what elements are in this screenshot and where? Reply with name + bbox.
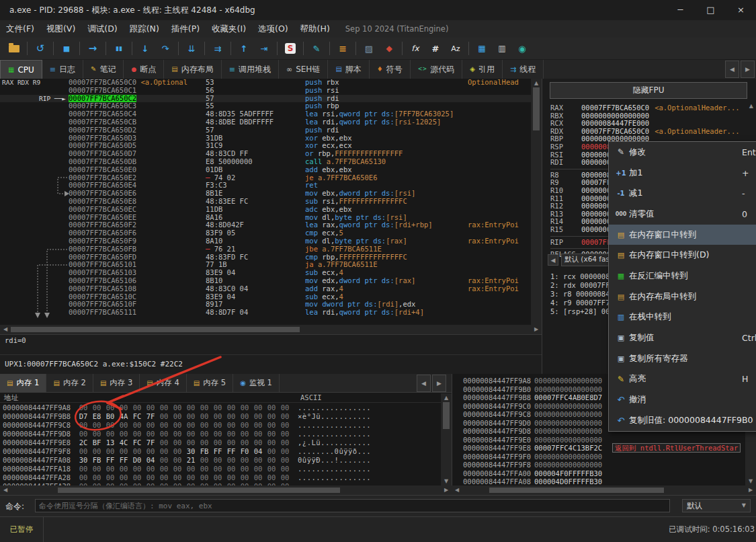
expression-fx-button[interactable]: fx bbox=[405, 40, 425, 57]
scroll-thumb[interactable] bbox=[11, 327, 300, 332]
scroll-up-icon[interactable]: ▲ bbox=[441, 393, 452, 402]
dump-row[interactable]: 00000084447FFA28000000000000000000000000… bbox=[0, 473, 441, 482]
disasm-row[interactable]: 00007FF7BCA650E4F3:C3ret bbox=[0, 182, 531, 190]
tab-notes[interactable]: ✎笔记 bbox=[83, 60, 124, 79]
dump-row[interactable]: 00000084447FF9F8000000000000000030FBFFFF… bbox=[0, 447, 441, 456]
dump-tab-内存-3[interactable]: ▤内存 3 bbox=[93, 374, 140, 392]
scroll-left-icon[interactable]: ◀ bbox=[452, 486, 462, 495]
disasm-row[interactable]: 00007FF7BCA650E001DBadd ebx,ebx bbox=[0, 166, 531, 174]
minimize-button[interactable]: ─ bbox=[665, 0, 696, 20]
disasm-row[interactable]: 00007FF7BCA650D331DBxor ebx,ebx bbox=[0, 134, 531, 143]
dump-row[interactable]: 00000084447FF9D8000000000000000000000000… bbox=[0, 430, 441, 438]
dump-pane[interactable]: ▤内存 1▤内存 2▤内存 3▤内存 4▤内存 5◉监视 1 ◀ ▶ 地址 AS… bbox=[0, 374, 452, 486]
scroll-down-icon[interactable]: ▼ bbox=[441, 477, 452, 486]
disasm-row[interactable]: 00007FF7BCA650C156push rsi bbox=[0, 87, 531, 95]
dump-tab-内存-5[interactable]: ▤内存 5 bbox=[187, 374, 233, 392]
dump-row[interactable]: 00000084447FFA18000000000000000000000000… bbox=[0, 465, 441, 473]
disasm-row[interactable]: 00007FF7BCA6511148:8D7F 04lea rdi,qword … bbox=[0, 309, 531, 317]
close-button[interactable]: × bbox=[726, 0, 756, 20]
run-to-user-code-button[interactable]: ⇥ bbox=[254, 40, 274, 57]
dump-row[interactable]: 00000084447FF9B8D7E8B04AFC7F000000000000… bbox=[0, 412, 441, 421]
menu-item[interactable]: 选项(O) bbox=[252, 20, 294, 38]
dump-horizontal-scrollbar[interactable]: ◀ ▶ bbox=[0, 486, 452, 495]
disasm-row[interactable]: 00007FF7BCA651068B10mov edx,dword ptr ds… bbox=[0, 277, 531, 285]
tabs-scroll-right-icon[interactable]: ▶ bbox=[741, 61, 755, 78]
globe-button[interactable]: ◉ bbox=[512, 40, 532, 57]
disasm-row[interactable]: 00007FF7BCA650FD48:83FD FCcmp rbp,FFFFFF… bbox=[0, 254, 531, 262]
disasm-row[interactable]: 00007FF7BCA650FB─ 76 21jbe a.7FF7BCA6511… bbox=[0, 245, 531, 254]
disasm-row[interactable]: RIP ──►00007FF7BCA650C257push rdi bbox=[0, 95, 531, 103]
scroll-right-icon[interactable]: ▶ bbox=[441, 486, 452, 495]
tab-references[interactable]: ◈引用 bbox=[462, 60, 503, 79]
disasm-row[interactable]: 00007FF7BCA650D257push rdi bbox=[0, 126, 531, 134]
step-into-button[interactable]: ↓ bbox=[135, 40, 155, 57]
scroll-up-icon[interactable]: ▲ bbox=[749, 103, 753, 109]
reg-scroll-left-icon[interactable]: ◀ bbox=[548, 254, 558, 266]
scroll-right-icon[interactable]: ▶ bbox=[531, 325, 542, 334]
dump-tab-内存-2[interactable]: ▤内存 2 bbox=[46, 374, 93, 392]
command-profile-select[interactable]: 默认 ▼ bbox=[682, 499, 751, 512]
scroll-right-icon[interactable]: ▶ bbox=[745, 486, 756, 495]
dump-tab-内存-4[interactable]: ▤内存 4 bbox=[140, 374, 186, 392]
disasm-row[interactable]: 00007FF7BCA650E68B1Emov ebx,dword ptr ds… bbox=[0, 190, 531, 198]
appearance-button[interactable]: ◆ bbox=[379, 40, 399, 57]
menu-item[interactable]: 跟踪(N) bbox=[124, 20, 165, 38]
tab-symbols[interactable]: ♦符号 bbox=[370, 60, 411, 79]
scroll-up-icon[interactable]: ▲ bbox=[531, 79, 542, 87]
step-out-button[interactable]: ↑ bbox=[234, 40, 254, 57]
menu-item[interactable]: 插件(P) bbox=[165, 20, 206, 38]
command-input[interactable] bbox=[35, 499, 670, 512]
disasm-row[interactable]: 00007FF7BCA650F248:8D042Flea rax,qword p… bbox=[0, 221, 531, 229]
open-file-button[interactable] bbox=[4, 40, 24, 57]
menu-item[interactable]: 收藏夹(I) bbox=[206, 20, 252, 38]
register-row[interactable]: RAX00007FF7BCA650C0<a.OptionalHeader... bbox=[550, 104, 745, 112]
menu-item[interactable]: 调试(D) bbox=[81, 20, 123, 38]
tab-script[interactable]: ▤脚本 bbox=[328, 60, 369, 79]
memory-rows-button[interactable]: ▥ bbox=[492, 40, 512, 57]
disasm-row[interactable]: 00007FF7BCA650EC11DBadc ebx,ebx bbox=[0, 206, 531, 214]
context-menu-item[interactable]: ▣复制值Ctrl+C bbox=[609, 327, 756, 348]
context-menu-item[interactable]: ▦在反汇编中转到 bbox=[609, 266, 756, 286]
step-over-button[interactable]: ↷ bbox=[155, 40, 175, 57]
disasm-row[interactable]: 00007FF7BCA6510383E9 04sub ecx,4 bbox=[0, 269, 531, 277]
disasm-row[interactable]: 00007FF7BCA650E2─ 74 02je a.7FF7BCA650E6 bbox=[0, 174, 531, 182]
pause-button[interactable]: ▮▮ bbox=[109, 40, 129, 57]
context-menu-item[interactable]: ✎修改Enter bbox=[609, 142, 756, 163]
dump-row[interactable]: 00000084447FF9C8000000000000000000000000… bbox=[0, 421, 441, 430]
disasm-row[interactable]: 00007FF7BCA650D531C9xor ecx,ecx bbox=[0, 142, 531, 150]
dump-row[interactable]: 00000084447FF9E82CBF134CFC7F000000000000… bbox=[0, 438, 441, 447]
disasm-row[interactable]: 00007FF7BCA650EE8A16mov dl,byte ptr ds:[… bbox=[0, 214, 531, 222]
close-debuggee-button[interactable]: ■ bbox=[56, 40, 77, 57]
scylla-button[interactable]: S bbox=[280, 40, 300, 57]
favourites-button[interactable]: ≡ bbox=[333, 40, 353, 57]
font-az-button[interactable]: Az bbox=[446, 40, 466, 57]
hide-fpu-button[interactable]: 隐藏FPU bbox=[550, 82, 747, 99]
scroll-left-icon[interactable]: ◀ bbox=[0, 486, 11, 495]
trace-over-button[interactable]: ⇉ bbox=[208, 40, 228, 57]
tab-seh[interactable]: ∞SEH链 bbox=[279, 60, 328, 79]
stack-row[interactable]: 00000084447FFA08000004D0FFFFFB30 bbox=[452, 477, 745, 484]
dump-row[interactable]: 00000084447FF9A8000000000000000000000000… bbox=[0, 403, 441, 412]
disasm-vertical-scrollbar[interactable]: ▲ bbox=[531, 79, 542, 325]
disasm-row[interactable]: 00007FF7BCA6510177 1Bja a.7FF7BCA6511E bbox=[0, 261, 531, 269]
context-menu-item[interactable]: ✎高亮H bbox=[609, 369, 756, 390]
stack-horizontal-scrollbar[interactable]: ◀ ▶ bbox=[452, 486, 756, 495]
calculator-button[interactable]: ▦ bbox=[472, 40, 492, 57]
tab-threads[interactable]: ⇉线程 bbox=[503, 60, 544, 79]
dump-row[interactable]: 00000084447FFA0830FBFFFFD004000021000000… bbox=[0, 456, 441, 465]
disasm-row[interactable]: 00007FF7BCA6510F8917mov dword ptr ds:[rd… bbox=[0, 301, 531, 309]
scroll-left-icon[interactable]: ◀ bbox=[0, 325, 11, 334]
tab-call-stack[interactable]: ≡调用堆栈 bbox=[222, 60, 279, 79]
menu-item[interactable]: 文件(F) bbox=[0, 20, 40, 38]
stack-row[interactable]: 00000084447FF9F80000000000000000 bbox=[452, 461, 745, 469]
disasm-row[interactable]: 00007FF7BCA6510848:83C0 04add rax,4rax:E… bbox=[0, 285, 531, 293]
context-menu-item[interactable]: ▤在内存窗口中转到 bbox=[609, 225, 756, 245]
context-menu-item[interactable]: 000清零值0 bbox=[609, 204, 756, 225]
disasm-row[interactable]: 00007FF7BCA650D748:83CD FFor rbp,FFFFFFF… bbox=[0, 150, 531, 158]
scroll-down-icon[interactable]: ▼ bbox=[745, 477, 756, 486]
scroll-thumb[interactable] bbox=[443, 402, 450, 429]
dump-tab-监视-1[interactable]: ◉监视 1 bbox=[233, 374, 280, 392]
dump-scroll-right-icon[interactable]: ▶ bbox=[432, 375, 446, 392]
disasm-row[interactable]: 00007FF7BCA6510C83E9 04sub ecx,4 bbox=[0, 293, 531, 301]
disassembly-pane[interactable]: RAX RDX R900007FF7BCA650C0 <a.Optional53… bbox=[0, 79, 542, 334]
